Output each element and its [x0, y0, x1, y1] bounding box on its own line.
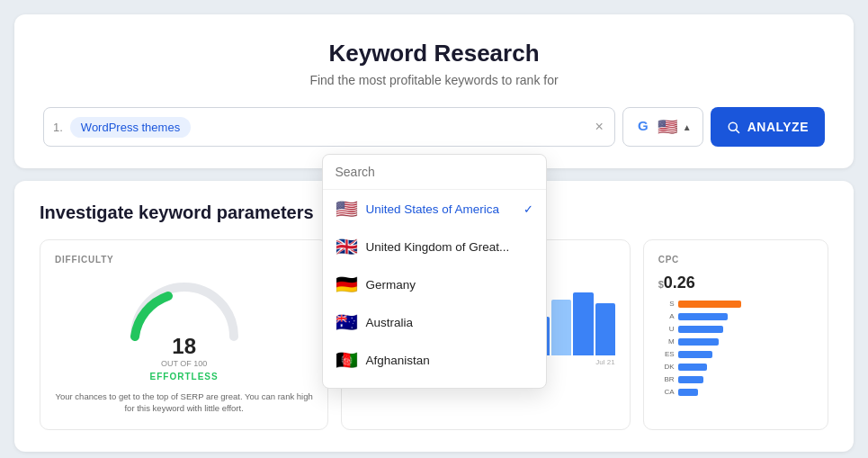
country-flag-icon: 🇬🇧: [336, 236, 357, 257]
dropdown-item[interactable]: 🇦🇺Australia: [323, 303, 546, 341]
svg-line-1: [736, 130, 738, 132]
dropdown-search-input[interactable]: [336, 165, 533, 179]
cpc-label: CPC: [658, 255, 813, 265]
keyword-tag[interactable]: WordPress themes: [70, 117, 191, 138]
cpc-bar-row: DK: [658, 363, 813, 371]
country-name: United States of America: [366, 202, 500, 216]
dropdown-item[interactable]: 🇦🇫Afghanistan: [323, 341, 546, 379]
country-flag-icon: 🇦🇺: [336, 311, 357, 333]
difficulty-status: EFFORTLESS: [150, 372, 219, 382]
cpc-bars: SAUMESDKBRCA: [658, 300, 813, 396]
difficulty-sub: OUT OF 100: [161, 359, 207, 368]
bar-chart-bar: [573, 292, 593, 355]
dropdown-search-area: [323, 155, 546, 190]
cpc-bar-fill: [678, 313, 728, 320]
cpc-bar-label: CA: [658, 388, 675, 396]
dropdown-list: 🇺🇸United States of America✓🇬🇧United King…: [323, 190, 546, 388]
cpc-bar-row: A: [658, 312, 813, 320]
cpc-bar-row: S: [658, 300, 813, 308]
country-flag-icon: 🇩🇪: [336, 274, 357, 295]
cpc-bar-label: U: [658, 325, 675, 333]
country-flag-icon: 🇺🇸: [336, 198, 357, 220]
dropdown-item[interactable]: 🇩🇪Germany: [323, 265, 546, 303]
country-flag-icon: 🇦🇱: [336, 387, 357, 388]
country-name: Germany: [366, 278, 416, 292]
cpc-bar-row: U: [658, 325, 813, 333]
difficulty-label: DIFFICULTY: [55, 255, 313, 265]
x-label: Jul 21: [595, 358, 614, 366]
cpc-bar-fill: [678, 326, 723, 333]
cpc-bar-row: M: [658, 337, 813, 346]
cpc-widget: CPC $0.26 SAUMESDKBRCA: [643, 239, 828, 430]
selected-check-icon: ✓: [523, 202, 533, 216]
cpc-bar-fill: [678, 364, 707, 371]
cpc-bar-label: BR: [658, 375, 675, 383]
cpc-bar-row: BR: [658, 375, 813, 383]
cpc-bar-row: CA: [658, 388, 813, 396]
country-selector-button[interactable]: G 🇺🇸 ▲: [622, 107, 703, 147]
header-card: Keyword Research Find the most profitabl…: [14, 14, 854, 168]
gauge-svg: [126, 274, 243, 341]
search-input[interactable]: [198, 120, 586, 134]
gauge-container: 18 OUT OF 100 EFFORTLESS Your chances to…: [55, 274, 313, 415]
cpc-value: $0.26: [658, 274, 813, 292]
dropdown-item[interactable]: 🇦🇱Albania: [323, 379, 546, 388]
cpc-bar-fill: [678, 351, 712, 358]
difficulty-widget: DIFFICULTY 18 OUT OF 100 EFFORTLESS Your…: [40, 239, 328, 430]
input-number: 1.: [53, 121, 63, 134]
analyze-label: ANALYZE: [747, 120, 809, 134]
google-g-icon: G: [634, 118, 652, 136]
country-name: Australia: [366, 316, 414, 329]
clear-button[interactable]: ×: [593, 119, 604, 135]
country-flag-icon: 🇦🇫: [336, 349, 357, 371]
cpc-bar-label: A: [658, 312, 675, 320]
page-title: Keyword Research: [43, 40, 825, 67]
analyze-button[interactable]: ANALYZE: [711, 107, 825, 147]
country-name: Afghanistan: [366, 354, 430, 367]
country-name: United Kingdom of Great...: [366, 240, 510, 254]
dropdown-item[interactable]: 🇺🇸United States of America✓: [323, 190, 546, 228]
cpc-bar-fill: [678, 338, 719, 346]
search-icon: [727, 121, 740, 134]
us-flag-icon: 🇺🇸: [658, 119, 677, 135]
cpc-bar-label: S: [658, 300, 675, 308]
chevron-up-icon: ▲: [683, 122, 692, 132]
cpc-bar-label: ES: [658, 350, 675, 358]
cpc-bar-fill: [678, 301, 741, 308]
difficulty-value: 18: [172, 334, 196, 359]
cpc-bar-label: M: [658, 337, 675, 346]
cpc-bar-row: ES: [658, 350, 813, 358]
country-dropdown: 🇺🇸United States of America✓🇬🇧United King…: [322, 154, 547, 389]
difficulty-desc: Your chances to get to the top of SERP a…: [55, 391, 313, 415]
cpc-bar-fill: [678, 389, 698, 396]
bar-chart-bar: [551, 300, 571, 355]
search-row: 1. WordPress themes × G 🇺🇸 ▲ ANALYZE: [43, 107, 825, 147]
cpc-bar-fill: [678, 376, 703, 383]
dropdown-item[interactable]: 🇬🇧United Kingdom of Great...: [323, 228, 546, 265]
search-input-wrapper: 1. WordPress themes ×: [43, 107, 615, 147]
page-subtitle: Find the most profitable keywords to ran…: [43, 73, 825, 87]
cpc-bar-label: DK: [658, 363, 675, 371]
bar-chart-bar: [595, 303, 615, 355]
